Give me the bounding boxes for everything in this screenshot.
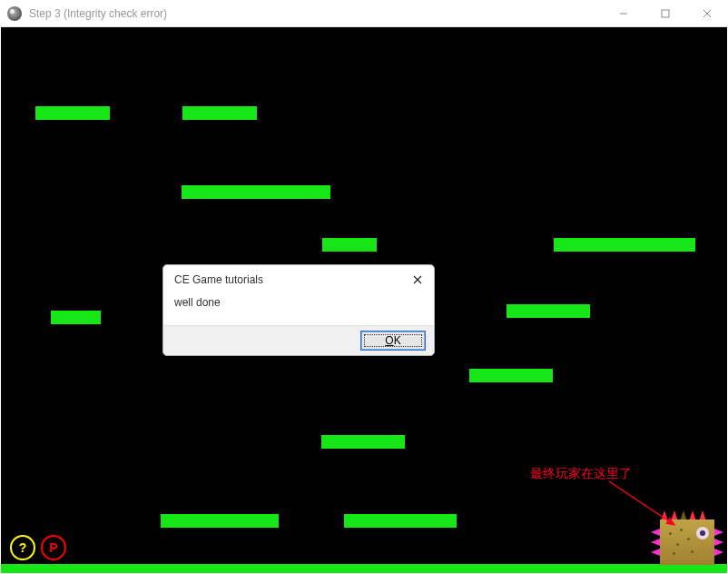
platform (51, 311, 101, 324)
platform (182, 106, 257, 120)
window-controls (603, 0, 728, 27)
dialog-footer: OK (163, 325, 434, 355)
message-dialog: CE Game tutorials well done OK (162, 264, 435, 356)
game-viewport: ? P 最终玩家在这里了 CE Game tu (1, 27, 727, 573)
ok-button[interactable]: OK (361, 332, 425, 350)
annotation-text: 最终玩家在这里了 (530, 466, 632, 482)
platform (322, 238, 377, 252)
svg-rect-1 (662, 10, 669, 17)
platform (554, 238, 695, 252)
monster-left-spikes (651, 527, 660, 558)
ok-button-accel: O (385, 334, 393, 347)
app-icon (7, 6, 22, 21)
monster-eye (696, 527, 709, 539)
platform (161, 514, 279, 528)
platform (35, 106, 110, 120)
dialog-body: well done (163, 292, 434, 325)
monster-sprite (654, 520, 720, 565)
p-button-label: P (49, 540, 57, 555)
window-titlebar: Step 3 (Integrity check error) (0, 0, 728, 27)
platform (321, 435, 405, 449)
dialog-close-button[interactable] (410, 272, 425, 287)
dialog-header: CE Game tutorials (163, 265, 434, 292)
platform (344, 514, 457, 528)
platform (507, 304, 590, 318)
dialog-message: well done (174, 296, 221, 309)
ground-platform (1, 564, 727, 573)
monster-body (660, 520, 714, 565)
minimize-button[interactable] (603, 0, 644, 27)
p-button[interactable]: P (41, 535, 66, 560)
maximize-button[interactable] (644, 0, 686, 27)
monster-right-spikes (714, 527, 723, 558)
platform (469, 369, 553, 382)
close-button[interactable] (686, 0, 728, 27)
window-title: Step 3 (Integrity check error) (29, 7, 167, 20)
platform (182, 185, 330, 199)
help-button[interactable]: ? (10, 535, 35, 560)
dialog-title: CE Game tutorials (174, 273, 263, 286)
help-button-label: ? (19, 540, 27, 555)
ok-button-rest: K (394, 334, 401, 347)
